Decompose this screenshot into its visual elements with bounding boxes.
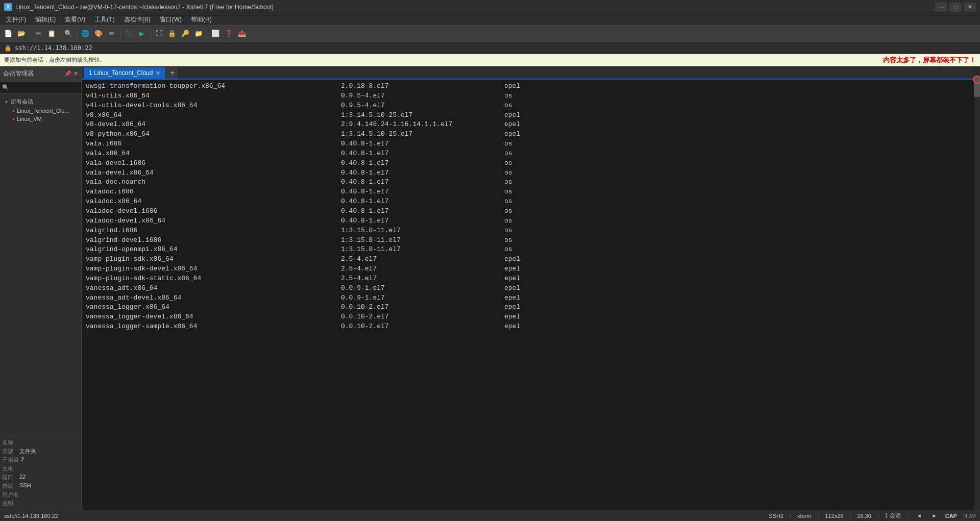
status-cursor: 26,30 — [857, 513, 871, 519]
table-row: vala-devel.i6860.40.8-1.el7os — [86, 159, 976, 168]
title-bar-left: X Linux_Tencent_Cloud - zw@VM-0-17-cento… — [4, 3, 274, 11]
package-version: 1:3.14.5.10-25.el7 — [341, 111, 504, 120]
run-button[interactable]: ▶ — [136, 28, 148, 40]
info-username-label: 用户名 — [2, 491, 19, 499]
num-indicator: NUM — [963, 513, 976, 519]
info-row-subitem: 子项目 2 — [2, 456, 79, 464]
table-row: vanessa_adt-devel.x86_640.0.9-1.el7epel — [86, 293, 976, 303]
package-version: 2.5-4.el7 — [341, 255, 504, 264]
menu-item-E[interactable]: 编辑(E) — [31, 14, 60, 25]
table-row: vamp-plugin-sdk-devel.x86_642.5-4.el7epe… — [86, 264, 976, 274]
package-version: 0.0.10-2.el7 — [341, 312, 504, 322]
color-button[interactable]: 🎨 — [92, 28, 105, 40]
all-sessions-header[interactable]: ▼ 所有会话 — [2, 97, 79, 107]
status-sessions: 1 会话 — [885, 512, 901, 519]
session-status-dot: ● — [12, 109, 15, 113]
tab-add-button[interactable]: + — [166, 67, 178, 79]
package-repo: os — [504, 207, 512, 216]
status-bar: ssh://1.14.138.160:22 SSH2 | xterm | 112… — [0, 510, 980, 521]
folder-button2[interactable]: 📁 — [192, 28, 205, 40]
package-name: vanessa_logger-devel.x86_64 — [86, 312, 341, 322]
separator-4 — [120, 29, 120, 39]
menu-item-W[interactable]: 窗口(W) — [156, 14, 186, 25]
package-version: 0.0.10-2.el7 — [341, 303, 504, 312]
package-version: 0.40.8-1.el7 — [341, 197, 504, 207]
status-sep5: | — [907, 513, 909, 519]
package-name: valadoc-devel.i686 — [86, 207, 341, 216]
tab-linux-tencent[interactable]: 1 Linux_Tencent_Cloud ✕ — [84, 67, 165, 79]
connect-button[interactable]: 🌐 — [79, 28, 91, 40]
nav-next-button[interactable]: ► — [930, 512, 939, 520]
package-repo: os — [504, 159, 512, 168]
maximize-button[interactable]: □ — [949, 3, 962, 12]
table-row: vanessa_adt.x86_640.0.9-1.el7epel — [86, 284, 976, 293]
package-repo: epel — [504, 274, 520, 284]
sidebar-close-button[interactable]: ✕ — [74, 70, 78, 77]
terminal-button[interactable]: ⬜ — [209, 28, 222, 40]
package-name: v8.x86_64 — [86, 111, 341, 120]
table-row: v4l-utils.x86_640.9.5-4.el7os — [86, 91, 976, 101]
package-repo: epel — [504, 312, 520, 322]
sidebar-item-linux-tencent[interactable]: ● Linux_Tencent_Clo... — [2, 107, 79, 115]
package-name: vamp-plugin-sdk.x86_64 — [86, 255, 341, 264]
info-type-value: 文件夹 — [19, 448, 36, 455]
package-name: valadoc-devel.x86_64 — [86, 216, 341, 226]
table-row: valadoc-devel.i6860.40.8-1.el7os — [86, 207, 976, 216]
nav-prev-button[interactable]: ◄ — [915, 512, 924, 520]
session-name-tencent: Linux_Tencent_Clo... — [17, 108, 69, 114]
open-folder-button[interactable]: 📂 — [15, 28, 28, 40]
session-tree: ▼ 所有会话 ● Linux_Tencent_Clo... ● Linux_VM — [0, 94, 81, 436]
menu-item-T[interactable]: 工具(T) — [90, 14, 118, 25]
table-row: valgrind.i6861:3.15.0-11.el7os — [86, 226, 976, 236]
menu-item-B[interactable]: 选项卡(B) — [120, 14, 155, 25]
window-title: Linux_Tencent_Cloud - zw@VM-0-17-centos:… — [15, 4, 274, 11]
sidebar: 会话管理器 📌 ✕ 🔍 ▼ 所有会话 ● Linux_Tencent_Clo..… — [0, 66, 82, 510]
status-ssh: SSH2 — [769, 513, 783, 519]
package-name: vamp-plugin-sdk-static.x86_64 — [86, 274, 341, 284]
copy-button[interactable]: 📋 — [45, 28, 58, 40]
sidebar-pin-button[interactable]: 📌 — [64, 70, 71, 77]
send-button[interactable]: 📤 — [236, 28, 248, 40]
sidebar-item-linux-vm[interactable]: ● Linux_VM — [2, 115, 79, 123]
menu-item-H[interactable]: 帮助(H) — [187, 14, 216, 25]
info-type-label: 类型 — [2, 448, 17, 455]
table-row: valadoc-devel.x86_640.40.8-1.el7os — [86, 216, 976, 226]
tab-close-button[interactable]: ✕ — [156, 70, 160, 77]
status-sep4: | — [877, 513, 879, 519]
package-version: 0.40.8-1.el7 — [341, 178, 504, 187]
status-term: xterm — [797, 513, 812, 519]
key-button[interactable]: 🔑 — [179, 28, 191, 40]
status-sep1: | — [790, 513, 791, 519]
package-repo: os — [504, 101, 512, 111]
table-row: valadoc.x86_640.40.8-1.el7os — [86, 197, 976, 207]
new-session-button[interactable]: 📄 — [2, 28, 14, 40]
package-repo: epel — [504, 120, 520, 130]
package-version: 0.40.8-1.el7 — [341, 159, 504, 168]
menu-item-F[interactable]: 文件(F) — [2, 14, 30, 25]
menu-item-V[interactable]: 查看(V) — [61, 14, 89, 25]
scrollbar-track[interactable] — [974, 66, 980, 510]
separator-1 — [30, 29, 30, 39]
package-repo: os — [504, 91, 512, 101]
status-size: 112x26 — [825, 513, 843, 519]
package-name: v4l-utils-devel-tools.x86_64 — [86, 101, 341, 111]
minimize-button[interactable]: — — [935, 3, 947, 12]
package-repo: os — [504, 197, 512, 207]
sidebar-info: 名称 类型 文件夹 子项目 2 主机 端口 22 协议 SSH — [0, 436, 81, 510]
terminal[interactable]: uwsgi-transformation-toupper.x86_642.0.1… — [82, 80, 980, 510]
close-button[interactable]: ✕ — [964, 3, 976, 12]
table-row: vanessa_logger-devel.x86_640.0.10-2.el7e… — [86, 312, 976, 322]
cut-button[interactable]: ✂ — [32, 28, 44, 40]
edit-button[interactable]: ✏ — [106, 28, 118, 40]
package-repo: os — [504, 226, 512, 236]
lock-button[interactable]: 🔒 — [166, 28, 178, 40]
session-status-dot2: ● — [12, 117, 15, 121]
info-name-label: 名称 — [2, 439, 17, 446]
window-controls: — □ ✕ — [935, 3, 976, 12]
search-button[interactable]: 🔍 — [62, 28, 75, 40]
help-button[interactable]: ❓ — [223, 28, 235, 40]
expand-button[interactable]: ⛶ — [153, 28, 165, 40]
terminal-wrapper: 1 Linux_Tencent_Cloud ✕ + uwsgi-transfor… — [82, 66, 980, 510]
package-version: 0.0.9-1.el7 — [341, 293, 504, 303]
stop-button[interactable]: ⬛ — [122, 28, 135, 40]
